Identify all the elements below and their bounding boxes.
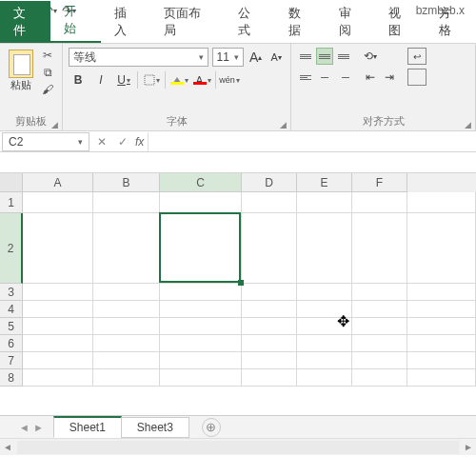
font-color-button[interactable]: A xyxy=(192,70,211,89)
cell[interactable] xyxy=(160,213,242,284)
cell[interactable] xyxy=(242,192,297,213)
row-header[interactable]: 3 xyxy=(0,284,23,301)
cell[interactable] xyxy=(297,192,352,213)
cell[interactable] xyxy=(93,335,160,352)
align-center-icon[interactable] xyxy=(316,69,333,86)
bold-button[interactable]: B xyxy=(69,70,88,89)
phonetic-button[interactable]: wén xyxy=(220,70,239,89)
formula-bar[interactable] xyxy=(148,132,476,151)
dialog-launcher-icon[interactable]: ◢ xyxy=(280,120,287,129)
tab-home[interactable]: 开始 xyxy=(50,0,101,43)
cell[interactable] xyxy=(352,192,407,213)
merge-cells-icon[interactable] xyxy=(407,69,426,86)
cell[interactable] xyxy=(242,369,297,387)
font-name-combo[interactable]: 等线▾ xyxy=(69,48,208,67)
underline-button[interactable]: U xyxy=(114,70,133,89)
file-tab[interactable]: 文件 xyxy=(0,1,50,43)
cell[interactable] xyxy=(93,213,160,284)
copy-icon[interactable]: ⧉ xyxy=(39,65,56,80)
cell[interactable] xyxy=(352,335,407,352)
font-size-combo[interactable]: 11▾ xyxy=(212,48,244,67)
tab-view[interactable]: 视图 xyxy=(375,1,426,43)
cell[interactable] xyxy=(297,213,352,284)
cell[interactable] xyxy=(352,284,407,301)
cell[interactable] xyxy=(352,318,407,335)
fill-handle[interactable] xyxy=(238,280,244,286)
cell[interactable] xyxy=(160,369,242,387)
cancel-edit-icon[interactable]: ✕ xyxy=(91,132,112,151)
cell[interactable] xyxy=(297,284,352,301)
wrap-text-icon[interactable]: ↩ xyxy=(407,48,426,65)
dialog-launcher-icon[interactable]: ◢ xyxy=(465,120,471,129)
row-header[interactable]: 2 xyxy=(0,213,23,284)
sheet-tab[interactable]: Sheet1 xyxy=(53,416,122,438)
tab-page-layout[interactable]: 页面布局 xyxy=(150,1,225,43)
tab-formulas[interactable]: 公式 xyxy=(225,1,275,43)
cell[interactable] xyxy=(160,335,242,352)
scroll-left-icon[interactable]: ◄ xyxy=(0,442,15,452)
cell[interactable] xyxy=(352,369,407,387)
scroll-right-icon[interactable]: ► xyxy=(461,442,476,452)
align-top-icon[interactable] xyxy=(297,48,314,65)
cell[interactable] xyxy=(407,192,476,213)
grow-font-icon[interactable]: A▴ xyxy=(248,49,265,66)
row-header[interactable]: 6 xyxy=(0,335,23,352)
column-header[interactable]: B xyxy=(93,173,160,192)
cell[interactable] xyxy=(160,284,242,301)
cell[interactable] xyxy=(242,301,297,318)
column-header[interactable]: F xyxy=(352,173,407,192)
align-right-icon[interactable] xyxy=(335,69,352,86)
shrink-font-icon[interactable]: A▾ xyxy=(268,49,285,66)
cell[interactable] xyxy=(297,335,352,352)
cell[interactable] xyxy=(242,284,297,301)
cell[interactable] xyxy=(297,352,352,369)
cell[interactable] xyxy=(23,301,93,318)
align-middle-icon[interactable] xyxy=(316,48,333,65)
row-header[interactable]: 7 xyxy=(0,352,23,369)
border-button[interactable] xyxy=(142,70,161,89)
cell[interactable] xyxy=(93,301,160,318)
cell[interactable] xyxy=(93,192,160,213)
cell[interactable] xyxy=(242,318,297,335)
enter-edit-icon[interactable]: ✓ xyxy=(112,132,133,151)
cell[interactable] xyxy=(93,284,160,301)
cell[interactable] xyxy=(160,301,242,318)
dialog-launcher-icon[interactable]: ◢ xyxy=(51,120,58,129)
cell[interactable] xyxy=(23,192,93,213)
cell[interactable] xyxy=(407,318,476,335)
cell[interactable] xyxy=(93,352,160,369)
cell[interactable] xyxy=(352,213,407,284)
cut-icon[interactable]: ✂ xyxy=(39,48,56,63)
row-header[interactable]: 8 xyxy=(0,369,23,387)
tab-addin[interactable]: 方格 xyxy=(426,1,476,43)
fill-color-button[interactable] xyxy=(169,70,188,89)
column-header[interactable]: A xyxy=(23,173,93,192)
tab-review[interactable]: 审阅 xyxy=(326,1,376,43)
cell[interactable] xyxy=(297,369,352,387)
orientation-icon[interactable]: ⟲▾ xyxy=(362,48,379,65)
align-bottom-icon[interactable] xyxy=(335,48,352,65)
cell[interactable] xyxy=(242,335,297,352)
column-header[interactable]: C xyxy=(160,173,242,192)
row-header[interactable]: 5 xyxy=(0,318,23,335)
fx-icon[interactable]: fx xyxy=(135,135,144,149)
format-painter-icon[interactable]: 🖌 xyxy=(39,82,56,97)
add-sheet-button[interactable]: ⊕ xyxy=(202,418,221,437)
align-left-icon[interactable] xyxy=(297,69,314,86)
column-header[interactable]: D xyxy=(242,173,297,192)
cell[interactable] xyxy=(23,213,93,284)
cell[interactable] xyxy=(407,213,476,284)
cell[interactable] xyxy=(242,213,297,284)
cell[interactable] xyxy=(160,192,242,213)
cell[interactable] xyxy=(407,369,476,387)
cell[interactable] xyxy=(407,301,476,318)
increase-indent-icon[interactable]: ⇥ xyxy=(381,69,398,86)
cell[interactable] xyxy=(407,284,476,301)
tab-data[interactable]: 数据 xyxy=(275,1,326,43)
cell[interactable] xyxy=(407,335,476,352)
cell[interactable] xyxy=(93,318,160,335)
tab-insert[interactable]: 插入 xyxy=(101,1,151,43)
cell[interactable] xyxy=(160,352,242,369)
cell[interactable] xyxy=(160,318,242,335)
cell[interactable] xyxy=(352,301,407,318)
